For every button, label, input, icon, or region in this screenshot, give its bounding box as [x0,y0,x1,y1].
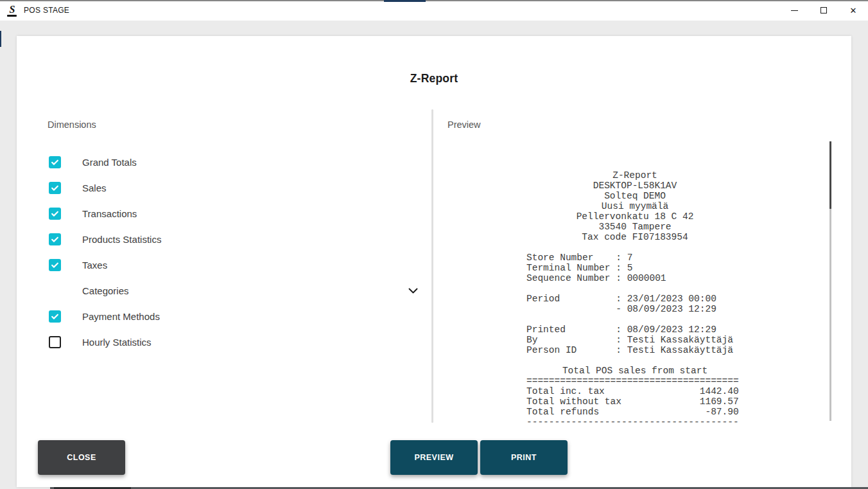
checkmark-icon [50,235,60,244]
checkbox-hourly-statistics[interactable] [49,336,61,348]
dimension-label: Grand Totals [82,157,137,168]
checkbox-sales[interactable] [49,182,61,194]
preview-button[interactable]: PREVIEW [390,440,478,475]
dimension-label: Sales [82,182,107,193]
dimension-row-hourly-statistics[interactable]: Hourly Statistics [49,329,434,355]
dimension-label: Transactions [82,208,137,219]
checkbox-products-statistics[interactable] [49,233,61,245]
dimension-label: Hourly Statistics [82,337,152,348]
minimize-button[interactable] [779,0,809,21]
checkmark-icon [50,312,60,321]
checkmark-icon [50,209,60,218]
dimension-label: Categories [82,285,129,296]
dimension-row-taxes[interactable]: Taxes [49,252,434,278]
checkbox-placeholder [49,285,61,297]
receipt-section-title: Total POS sales from start [526,366,743,376]
solteq-logo-icon: S [6,4,19,17]
page-title: Z-Report [17,72,851,85]
chevron-down-icon[interactable] [408,288,418,294]
print-button[interactable]: PRINT [480,440,568,475]
dimension-row-transactions[interactable]: Transactions [49,200,434,226]
checkmark-icon [50,157,60,167]
checkbox-transactions[interactable] [49,208,61,220]
dimension-row-categories[interactable]: Categories [49,278,434,303]
checkbox-grand-totals[interactable] [49,156,61,168]
close-icon: ✕ [850,6,857,15]
close-button[interactable]: CLOSE [38,440,125,475]
left-accent-bar [0,31,1,47]
titlebar: S POS STAGE ✕ [0,0,868,21]
dimensions-list: Grand Totals Sales Transactions Products… [49,149,434,355]
receipt-header: DESKTOP-L58K1AV Solteq DEMO Uusi myymälä… [526,181,743,242]
minimize-icon [791,10,798,11]
receipt-preview: Z-Report DESKTOP-L58K1AV Solteq DEMO Uus… [526,170,743,427]
maximize-icon [820,7,827,13]
maximize-button[interactable] [809,0,838,21]
dimension-label: Taxes [82,260,107,271]
preview-scrollbar-thumb[interactable] [829,141,831,209]
checkbox-payment-methods[interactable] [49,310,61,323]
receipt-totals: ====================================== T… [526,376,743,427]
window-controls: ✕ [779,0,868,21]
checkbox-taxes[interactable] [49,259,61,271]
checkmark-icon [50,260,60,270]
dimension-label: Payment Methods [82,311,160,322]
dimension-row-products-statistics[interactable]: Products Statistics [49,226,434,252]
receipt-title: Z-Report [526,170,743,181]
pos-stage-window: S POS STAGE ✕ Z-Report Dimensions Previe… [0,0,868,489]
window-title: POS STAGE [24,6,69,15]
top-accent-bar [384,0,426,2]
dimensions-heading: Dimensions [48,120,96,130]
dimensions-scrollbar[interactable] [431,109,433,423]
z-report-dialog: Z-Report Dimensions Preview Grand Totals… [17,36,851,487]
window-top-border [0,0,868,1]
checkmark-icon [50,183,60,193]
dimension-row-payment-methods[interactable]: Payment Methods [49,303,434,329]
receipt-details: Store Number : 7 Terminal Number : 5 Seq… [526,253,743,355]
dimension-label: Products Statistics [82,234,161,245]
dimension-row-sales[interactable]: Sales [49,175,434,200]
close-window-button[interactable]: ✕ [838,0,868,21]
preview-scrollbar-track[interactable] [829,209,831,421]
preview-heading: Preview [447,120,481,130]
dimension-row-grand-totals[interactable]: Grand Totals [49,149,434,175]
